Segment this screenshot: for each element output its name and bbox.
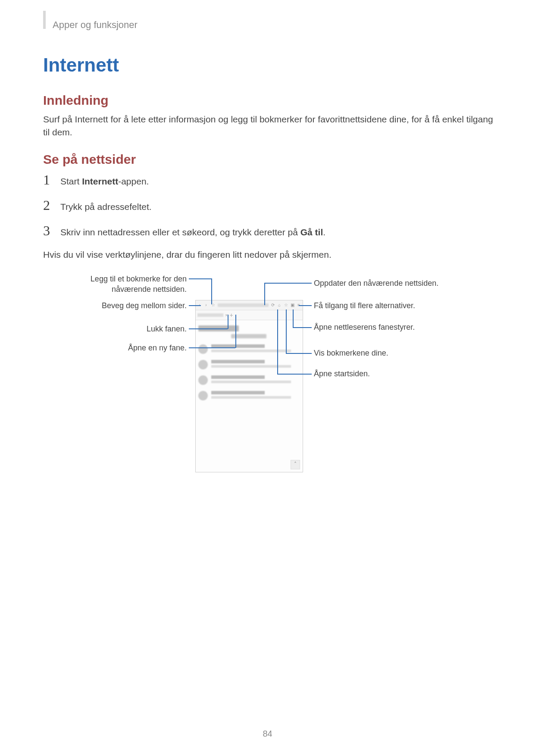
step-pre: Start bbox=[60, 176, 82, 186]
tab-label-blur bbox=[197, 313, 223, 317]
step-3: 3 Skriv inn nettadressen eller et søkeor… bbox=[43, 223, 494, 239]
home-icon[interactable]: ⌂ bbox=[277, 303, 282, 307]
browse-note: Hvis du vil vise verktøylinjene, drar du… bbox=[43, 248, 494, 261]
step-text: Start Internett-appen. bbox=[60, 176, 149, 187]
refresh-icon[interactable]: ⟳ bbox=[271, 303, 275, 307]
intro-body: Surf på Internett for å lete etter infor… bbox=[43, 113, 494, 139]
section-heading-browse: Se på nettsider bbox=[43, 152, 494, 167]
scroll-top-icon[interactable]: ˄ bbox=[291, 460, 300, 469]
header-rule bbox=[43, 11, 46, 29]
tabs-icon[interactable]: ▣ bbox=[290, 303, 294, 307]
step-bold: Internett bbox=[82, 176, 118, 186]
callout-add-bookmark: Legg til et bokmerke for den nåværende n… bbox=[75, 274, 187, 294]
page-title: Internett bbox=[43, 54, 494, 76]
step-pre: Trykk på adressefeltet. bbox=[60, 202, 152, 212]
step-text: Skriv inn nettadressen eller et søkeord,… bbox=[60, 227, 325, 237]
url-bar[interactable] bbox=[218, 303, 269, 307]
bookmarks-icon[interactable]: ☆ bbox=[284, 303, 288, 307]
callout-refresh: Oppdater den nåværende nettsiden. bbox=[314, 278, 439, 288]
step-pre: Skriv inn nettadressen eller et søkeord,… bbox=[60, 227, 300, 237]
page-number: 84 bbox=[0, 729, 535, 739]
callout-home: Åpne startsiden. bbox=[314, 369, 439, 379]
forward-icon[interactable]: › bbox=[204, 303, 208, 307]
steps-list: 1 Start Internett-appen. 2 Trykk på adre… bbox=[43, 172, 494, 239]
step-text: Trykk på adressefeltet. bbox=[60, 202, 152, 212]
callout-show-bookmarks: Vis bokmerkene dine. bbox=[314, 348, 439, 358]
step-number: 2 bbox=[43, 197, 60, 213]
phone-mock: ‹ › ☆ ⟳ ⌂ ☆ ▣ ≡ × + bbox=[195, 300, 303, 472]
step-post: -appen. bbox=[118, 176, 149, 186]
section-heading-intro: Innledning bbox=[43, 93, 494, 108]
diagram: Legg til et bokmerke for den nåværende n… bbox=[75, 274, 463, 481]
breadcrumb: Apper og funksjoner bbox=[53, 19, 494, 31]
callout-close-tab: Lukk fanen. bbox=[75, 324, 187, 334]
step-1: 1 Start Internett-appen. bbox=[43, 172, 494, 188]
tab-bar: × + bbox=[196, 310, 303, 320]
new-tab-icon[interactable]: + bbox=[229, 312, 233, 319]
callout-more-options: Få tilgang til flere alternativer. bbox=[314, 301, 439, 311]
step-bold: Gå til bbox=[300, 227, 323, 237]
step-number: 1 bbox=[43, 172, 60, 188]
step-post: . bbox=[323, 227, 325, 237]
page-content-blur bbox=[196, 320, 303, 409]
step-2: 2 Trykk på adressefeltet. bbox=[43, 197, 494, 213]
step-number: 3 bbox=[43, 223, 60, 239]
callout-new-tab: Åpne en ny fane. bbox=[75, 343, 187, 353]
callout-tab-manager: Åpne nettleserens fanestyrer. bbox=[314, 322, 439, 332]
callout-navigate: Beveg deg mellom sider. bbox=[75, 301, 187, 311]
